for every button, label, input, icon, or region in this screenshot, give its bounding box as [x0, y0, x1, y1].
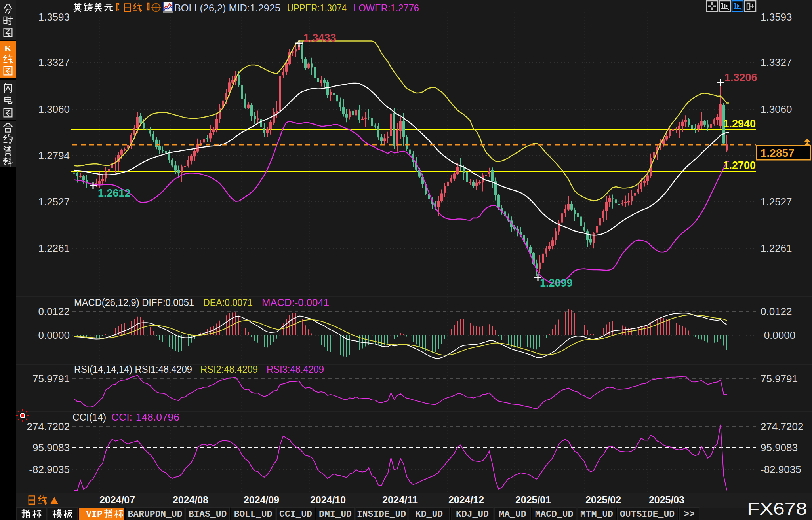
svg-text:RSI3:48.4209: RSI3:48.4209	[267, 364, 324, 375]
svg-text:RSI2:48.4209: RSI2:48.4209	[200, 364, 258, 375]
svg-text:1.3593: 1.3593	[38, 11, 70, 23]
svg-text:1.2527: 1.2527	[38, 196, 70, 208]
svg-text:95.9083: 95.9083	[761, 442, 798, 454]
svg-text:VIP: VIP	[86, 509, 102, 520]
svg-text:2025/03: 2025/03	[649, 494, 684, 506]
svg-text:1.3327: 1.3327	[38, 56, 70, 68]
svg-text:OUTSIDE_UD: OUTSIDE_UD	[620, 509, 675, 520]
svg-text:2024/12: 2024/12	[448, 494, 484, 506]
svg-text:MACD:-0.0041: MACD:-0.0041	[262, 297, 329, 308]
svg-text:1.2857: 1.2857	[761, 147, 795, 159]
svg-text:2024/07: 2024/07	[99, 494, 135, 506]
svg-text:BIAS_UD: BIAS_UD	[189, 509, 227, 520]
svg-text:-82.9035: -82.9035	[761, 463, 801, 475]
svg-text:BOLL_UD: BOLL_UD	[234, 509, 273, 520]
svg-text:1.2700: 1.2700	[723, 159, 756, 171]
svg-text:75.9791: 75.9791	[761, 373, 798, 385]
svg-text:1.2261: 1.2261	[38, 242, 70, 254]
svg-text:274.7202: 274.7202	[761, 421, 803, 433]
svg-text:274.7202: 274.7202	[27, 421, 70, 433]
svg-text:MTM_UD: MTM_UD	[580, 509, 613, 520]
svg-text:1.2940: 1.2940	[723, 118, 756, 130]
svg-text:DEA:0.0071: DEA:0.0071	[203, 297, 253, 308]
svg-text:2024/08: 2024/08	[173, 494, 208, 506]
svg-text:LOWER:1.2776: LOWER:1.2776	[353, 2, 419, 14]
svg-text:1.3327: 1.3327	[761, 56, 792, 68]
svg-text:1.3060: 1.3060	[38, 103, 70, 115]
svg-text:MACD_UD: MACD_UD	[535, 509, 574, 520]
svg-text:FX678: FX678	[747, 499, 807, 518]
svg-text:CCI_UD: CCI_UD	[279, 509, 312, 520]
svg-text:CCI:-148.0796: CCI:-148.0796	[111, 412, 179, 423]
svg-text:-0.0000: -0.0000	[35, 329, 70, 341]
svg-text:1.3206: 1.3206	[724, 72, 757, 84]
svg-text:-0.0000: -0.0000	[761, 329, 795, 341]
svg-text:1.2527: 1.2527	[761, 196, 792, 208]
svg-text:K: K	[4, 43, 12, 53]
svg-text:95.9083: 95.9083	[32, 442, 70, 454]
svg-text:-82.9035: -82.9035	[29, 463, 70, 475]
svg-text:RSI(14,14,14) RSI1:48.4209: RSI(14,14,14) RSI1:48.4209	[74, 364, 192, 375]
svg-text:KD_UD: KD_UD	[416, 509, 443, 520]
svg-text:2024/11: 2024/11	[382, 494, 418, 506]
svg-text:75.9791: 75.9791	[32, 373, 70, 385]
svg-text:0.0122: 0.0122	[761, 306, 792, 317]
svg-text:BARUPDN_UD: BARUPDN_UD	[128, 509, 182, 520]
svg-text:2024/10: 2024/10	[310, 494, 346, 506]
svg-text:MACD(26,12,9) DIFF:0.0051: MACD(26,12,9) DIFF:0.0051	[74, 297, 194, 308]
svg-text:2025/01: 2025/01	[515, 494, 551, 506]
svg-text:1.3060: 1.3060	[761, 103, 792, 115]
svg-text:1.2261: 1.2261	[761, 242, 792, 254]
svg-text:MA_UD: MA_UD	[499, 509, 526, 520]
svg-text:1.3593: 1.3593	[761, 11, 792, 23]
svg-text:INSIDE_UD: INSIDE_UD	[357, 509, 406, 520]
svg-text:>>: >>	[684, 509, 695, 520]
svg-text:2024/09: 2024/09	[244, 494, 279, 506]
svg-text:1.2612: 1.2612	[98, 187, 131, 199]
svg-text:CCI(14): CCI(14)	[72, 412, 106, 423]
svg-text:BOLL(26,2) MID:1.2925: BOLL(26,2) MID:1.2925	[174, 2, 280, 14]
svg-text:DMI_UD: DMI_UD	[319, 509, 352, 520]
svg-text:1.3433: 1.3433	[303, 32, 336, 44]
svg-text:0.0122: 0.0122	[38, 306, 70, 317]
svg-text:1.2099: 1.2099	[540, 277, 573, 289]
svg-text:2025/02: 2025/02	[585, 494, 621, 506]
svg-text:KDJ_UD: KDJ_UD	[456, 509, 489, 520]
svg-text:1.2794: 1.2794	[38, 150, 70, 161]
svg-text:UPPER:1.3074: UPPER:1.3074	[287, 2, 347, 14]
